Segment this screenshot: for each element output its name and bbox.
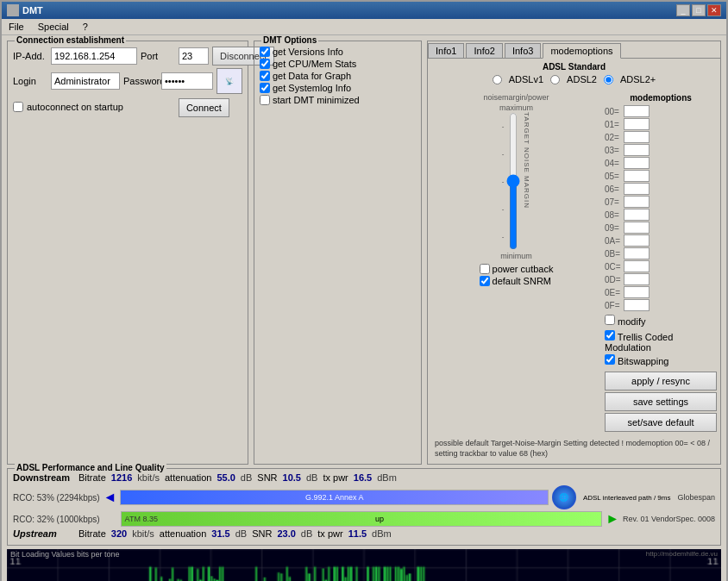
modem-val-4[interactable]	[624, 157, 650, 169]
port-input[interactable]	[179, 47, 209, 65]
modem-two-col: noisemargin/power maximum ----- TARGET N…	[431, 93, 717, 434]
adsl-2plus-label: ADSL2+	[620, 74, 656, 84]
modem-options-grid: 00= 01= 02=	[605, 105, 717, 311]
downstream-bitrate-unit: kbit/s	[137, 472, 160, 483]
ip-row: IP-Add. Port Disconnect	[13, 47, 242, 66]
adsl-info: ADSL interleaved path / 9ms	[583, 494, 671, 502]
modem-val-f[interactable]	[624, 299, 650, 311]
tab-info2[interactable]: Info2	[466, 43, 502, 58]
modem-val-1[interactable]	[624, 118, 650, 130]
tab-info3[interactable]: Info3	[505, 43, 541, 58]
minimize-button[interactable]: _	[676, 4, 690, 16]
upstream-snr-label: SNR	[252, 528, 272, 539]
rev-label: Rev. 01	[623, 515, 649, 523]
downstream-label: Downstream	[13, 472, 73, 483]
password-input[interactable]	[161, 72, 213, 90]
modem-val-7[interactable]	[624, 196, 650, 208]
autoconnect-row: autoconnect on startup Connect	[13, 97, 242, 117]
modem-val-8[interactable]	[624, 209, 650, 221]
tab-info1[interactable]: Info1	[428, 43, 464, 58]
dmt-opt-4-checkbox[interactable]	[260, 95, 270, 105]
adsl-standard-label: ADSL Standard	[431, 62, 717, 72]
modem-val-0[interactable]	[624, 105, 650, 117]
connection-title: Connection establishment	[15, 35, 126, 45]
noise-margin-slider[interactable]	[505, 112, 521, 250]
dl-arrow-icon: ◄	[104, 490, 117, 505]
modem-val-2[interactable]	[624, 131, 650, 143]
modem-val-b[interactable]	[624, 247, 650, 259]
tabs-row: Info1 Info2 Info3 modemoptions	[428, 41, 720, 59]
upstream-atten-unit: dB	[235, 528, 247, 539]
downstream-snr-label: SNR	[257, 472, 277, 483]
dmt-opt-2-checkbox[interactable]	[260, 71, 270, 81]
main-content: Connection establishment IP-Add. Port Di…	[2, 35, 726, 581]
downstream-row: Downstream Bitrate 1216 kbit/s attenuati…	[13, 472, 715, 483]
max-label: maximum	[499, 103, 533, 112]
modem-val-3[interactable]	[624, 144, 650, 156]
close-button[interactable]: ✕	[707, 4, 721, 16]
dmt-opt-0-checkbox[interactable]	[260, 47, 270, 57]
default-snrm-checkbox-row: default SNRM	[480, 276, 554, 286]
modem-val-c[interactable]	[624, 260, 650, 272]
save-settings-button[interactable]: save settings	[605, 392, 717, 411]
target-noise-label: TARGET NOISE MARGIN	[523, 112, 530, 250]
tab-modemoptions[interactable]: modemoptions	[543, 43, 620, 59]
trellis-checkbox[interactable]	[605, 330, 615, 340]
modem-key-3: 03=	[605, 146, 622, 155]
apply-resync-button[interactable]: apply / resync	[605, 372, 717, 390]
adsl-2-radio[interactable]	[550, 75, 560, 84]
login-input[interactable]	[51, 72, 120, 90]
modem-val-e[interactable]	[624, 286, 650, 298]
possible-notice: possible default Target-Noise-Margin Set…	[431, 437, 717, 460]
modify-checkbox[interactable]	[605, 315, 615, 325]
slider-main: ----- TARGET NOISE MARGIN	[502, 112, 531, 250]
vendorspec-value: VendorSpec. 0008	[651, 515, 715, 523]
ip-input[interactable]	[51, 47, 137, 65]
modem-val-6[interactable]	[624, 183, 650, 195]
ul-progress-bar: ATM 8.35 up	[121, 511, 603, 527]
autoconnect-checkbox[interactable]	[13, 102, 23, 112]
bitswapping-checkbox[interactable]	[605, 354, 615, 365]
dmt-opt-3-checkbox[interactable]	[260, 83, 270, 93]
adsl-2plus-radio[interactable]	[604, 75, 613, 84]
upstream-txpwr-value: 11.5	[348, 528, 367, 539]
adsl-v1-radio[interactable]	[493, 75, 502, 84]
bitswapping-row: Bitswapping	[605, 354, 717, 366]
modem-val-5[interactable]	[624, 170, 650, 182]
downstream-txpwr-value: 16.5	[354, 472, 372, 483]
upstream-atten-label: attenuation	[160, 528, 206, 539]
slider-track-area: TARGET NOISE MARGIN	[505, 112, 530, 250]
login-label: Login	[13, 76, 47, 86]
modem-key-a: 0A=	[605, 236, 622, 246]
dmt-options-title: DMT Options	[261, 35, 318, 45]
menu-file[interactable]: File	[5, 21, 28, 33]
graphs-container: Bit Loading Values bits per tone http://…	[7, 549, 721, 581]
bitswapping-label: Bitswapping	[618, 356, 668, 366]
globe-icon: 🌐	[552, 485, 576, 509]
upstream-snr-unit: dB	[301, 528, 312, 539]
modify-row: modify	[605, 315, 717, 327]
power-cutback-checkbox[interactable]	[480, 264, 490, 274]
default-snrm-checkbox[interactable]	[480, 276, 490, 286]
adsl-radio-row: ADSLv1 ADSL2 ADSL2+	[431, 74, 717, 84]
upstream-atten-value: 31.5	[211, 528, 229, 539]
connect-button[interactable]: Connect	[179, 98, 229, 117]
noisemargin-label: noisemargin/power	[483, 93, 549, 102]
title-bar: DMT _ □ ✕	[2, 2, 726, 19]
downstream-atten-label: attenuation	[165, 472, 211, 483]
modem-val-9[interactable]	[624, 222, 650, 234]
modem-row-9: 09=	[605, 222, 717, 234]
set-save-default-button[interactable]: set/save default	[605, 413, 717, 432]
adsl-path-label: ADSL interleaved path / 9ms	[583, 494, 671, 502]
dmt-opt-1-checkbox[interactable]	[260, 59, 270, 69]
upstream-bitrate-unit: kbit/s	[132, 528, 154, 539]
menu-help[interactable]: ?	[79, 21, 91, 33]
modem-key-1: 01=	[605, 120, 622, 129]
maximize-button[interactable]: □	[692, 4, 706, 16]
ip-label: IP-Add.	[13, 51, 47, 61]
adsl-performance-panel: ADSL Performance and Line Quality Downst…	[7, 468, 721, 546]
modem-val-d[interactable]	[624, 273, 650, 285]
modem-val-a[interactable]	[624, 234, 650, 247]
menu-special[interactable]: Special	[35, 21, 72, 33]
autoconnect-label: autoconnect on startup	[27, 102, 123, 112]
